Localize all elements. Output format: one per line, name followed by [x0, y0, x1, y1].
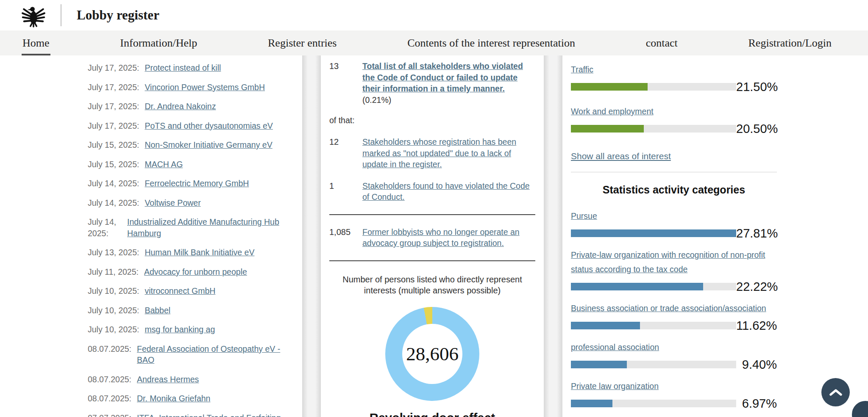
entry-row: July 13, 2025:Human Milk Bank Initiative…	[88, 247, 293, 258]
entry-row: 08.07.2025:Federal Association of Osteop…	[88, 343, 293, 366]
bar-track	[571, 283, 736, 290]
entry-date: July 14, 2025:	[88, 178, 139, 189]
bar-fill	[571, 322, 640, 329]
areas-of-interest-list: Traffic21.50%Work and employment20.50%	[571, 62, 777, 135]
category-label-private-law-organization-with-recognition-of-non-profit-status-according-to-the-tax-code[interactable]: Private-law organization with recognitio…	[571, 248, 777, 276]
category-item: Private-law organization with recognitio…	[571, 248, 777, 293]
scroll-to-top-button[interactable]	[821, 378, 850, 406]
main-content: July 17, 2025:Protect instead of killJul…	[0, 55, 868, 417]
chevron-up-icon	[828, 388, 843, 397]
entry-link[interactable]: Industrialized Additive Manufacturing Hu…	[127, 216, 293, 239]
nav-item-information-help[interactable]: Information/Help	[120, 37, 197, 50]
entry-row: July 17, 2025:PoTS and other dysautonomi…	[88, 120, 293, 132]
category-percent: 22.22%	[736, 280, 778, 293]
entry-link[interactable]: Vincorion Power Systems GmbH	[145, 82, 265, 93]
category-percent: 9.40%	[736, 358, 777, 371]
entry-date: July 14, 2025:	[88, 216, 122, 239]
category-label-private-law-organization[interactable]: Private law organization	[571, 379, 777, 393]
entry-date: July 10, 2025:	[88, 324, 139, 335]
donut-caption: Revolving door effect	[329, 411, 535, 417]
entry-link[interactable]: Babbel	[145, 305, 170, 316]
category-item: Business association or trade associatio…	[571, 301, 777, 332]
bar-fill	[571, 361, 627, 368]
category-label-business-association-or-trade-association-association[interactable]: Business association or trade associatio…	[571, 301, 777, 315]
entry-date: July 10, 2025:	[88, 285, 139, 297]
area-percent: 21.50%	[736, 80, 778, 93]
stat-row: 1,085Former lobbyists who no longer oper…	[329, 226, 535, 249]
header-divider	[61, 4, 61, 26]
bundestag-eagle-logo	[20, 3, 47, 28]
category-percent: 6.97%	[736, 397, 777, 410]
entry-link[interactable]: msg for banking ag	[145, 324, 215, 335]
entry-link[interactable]: Non-Smoker Initiative Germany eV	[145, 139, 272, 151]
category-bar-row: 11.62%	[571, 319, 777, 332]
nav-item-register-entries[interactable]: Register entries	[268, 37, 337, 50]
stat-link[interactable]: Stakeholders whose registration has been…	[362, 137, 516, 169]
statistics-panel[interactable]: 13Total list of all stakeholders who vio…	[321, 55, 544, 417]
nav-item-contents-of-the-interest-representation[interactable]: Contents of the interest representation	[407, 37, 575, 50]
entry-row: July 14, 2025:Industrialized Additive Ma…	[88, 216, 293, 239]
entry-link[interactable]: Human Milk Bank Initiative eV	[145, 247, 254, 258]
stat-suffix: (0.21%)	[362, 95, 391, 105]
entry-date: July 17, 2025:	[88, 82, 139, 93]
entry-link[interactable]: Dr. Monika Griefahn	[137, 393, 210, 404]
entry-row: 07.07.2025:ITFA, International Trade and…	[88, 412, 293, 417]
area-label-traffic[interactable]: Traffic	[571, 62, 777, 77]
category-bar-row: 9.40%	[571, 358, 777, 371]
nav-item-registration-login[interactable]: Registration/Login	[748, 37, 832, 50]
nav-item-contact[interactable]: contact	[646, 37, 678, 50]
category-item: professional association9.40%	[571, 340, 777, 371]
area-item: Traffic21.50%	[571, 62, 777, 93]
activity-categories-heading: Statistics activity categories	[571, 184, 777, 196]
entry-link[interactable]: Ferroelectric Memory GmbH	[145, 178, 249, 189]
entry-date: July 11, 2025:	[88, 266, 139, 278]
entry-link[interactable]: Protect instead of kill	[145, 62, 221, 74]
stat-text: Stakeholders found to have violated the …	[362, 180, 535, 203]
area-percent: 20.50%	[736, 122, 778, 135]
entry-link[interactable]: Dr. Andrea Nakoinz	[145, 101, 216, 112]
show-all-areas-link[interactable]: Show all areas of interest	[571, 151, 671, 161]
bar-fill	[571, 400, 612, 407]
entry-date: July 10, 2025:	[88, 305, 139, 316]
entry-date: July 17, 2025:	[88, 62, 139, 74]
category-label-pursue[interactable]: Pursue	[571, 209, 777, 223]
category-item: Private law organization6.97%	[571, 379, 777, 410]
entry-link[interactable]: MACH AG	[145, 159, 183, 170]
nav-item-home[interactable]: Home	[22, 37, 50, 50]
entry-link[interactable]: Federal Association of Osteopathy eV - B…	[137, 343, 293, 366]
entry-row: July 11, 2025:Advocacy for unborn people	[88, 266, 293, 278]
entry-row: 08.07.2025:Dr. Monika Griefahn	[88, 393, 293, 404]
bar-fill	[571, 283, 703, 290]
entry-link[interactable]: Andreas Hermes	[137, 374, 199, 385]
entry-link[interactable]: PoTS and other dysautonomias eV	[145, 120, 273, 132]
entry-row: 08.07.2025:Andreas Hermes	[88, 374, 293, 385]
entry-row: July 10, 2025:msg for banking ag	[88, 324, 293, 335]
stat-row: 1Stakeholders found to have violated the…	[329, 180, 535, 203]
latest-entries-panel[interactable]: July 17, 2025:Protect instead of killJul…	[79, 55, 302, 417]
stat-link[interactable]: Stakeholders found to have violated the …	[362, 181, 530, 202]
donut-center-value: 28,606	[406, 343, 459, 365]
main-nav: HomeInformation/HelpRegister entriesCont…	[0, 30, 868, 55]
entry-link[interactable]: Advocacy for unborn people	[144, 266, 247, 278]
stat-link[interactable]: Total list of all stakeholders who viola…	[362, 61, 523, 93]
entry-date: July 14, 2025:	[88, 197, 139, 209]
bar-track	[571, 83, 736, 91]
entry-date: July 15, 2025:	[88, 139, 139, 151]
right-margin	[785, 55, 868, 417]
entry-link[interactable]: ITFA, International Trade and Forfaiting…	[137, 412, 293, 417]
entry-link[interactable]: vitroconnect GmbH	[145, 285, 215, 297]
panel-gutter	[544, 55, 562, 417]
entry-date: 08.07.2025:	[88, 374, 131, 385]
categories-panel[interactable]: Traffic21.50%Work and employment20.50% S…	[562, 55, 785, 417]
area-label-work-and-employment[interactable]: Work and employment	[571, 104, 777, 119]
entry-row: July 15, 2025:MACH AG	[88, 159, 293, 170]
category-label-professional-association[interactable]: professional association	[571, 340, 777, 354]
entry-link[interactable]: Voltwise Power	[145, 197, 200, 209]
bar-track	[571, 125, 736, 133]
bar-fill	[571, 83, 648, 91]
stats-divider	[329, 214, 535, 215]
stat-link[interactable]: Former lobbyists who no longer operate a…	[362, 227, 520, 248]
entry-row: July 17, 2025:Dr. Andrea Nakoinz	[88, 101, 293, 112]
bar-track	[571, 229, 736, 237]
category-bar-row: 27.81%	[571, 227, 777, 240]
